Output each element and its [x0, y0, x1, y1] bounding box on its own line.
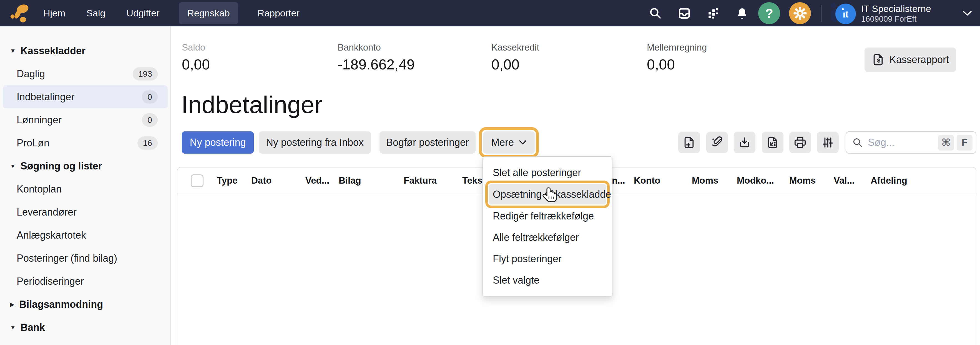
- sidebar-section-kassekladder[interactable]: ▼ Kassekladder: [0, 39, 170, 62]
- avatar: ıt: [830, 0, 856, 27]
- ny-postering-button[interactable]: Ny postering: [182, 131, 254, 153]
- search-icon[interactable]: [648, 6, 663, 21]
- menu-item-rediger-feltraekkefolge[interactable]: Redigér feltrækkefølge: [483, 205, 612, 227]
- summary-label: Saldo: [182, 42, 210, 53]
- sidebar-item-indbetalinger[interactable]: Indbetalinger 0: [3, 85, 168, 108]
- column-header-dato[interactable]: Dato: [251, 175, 272, 186]
- column-header-type[interactable]: Type: [217, 175, 238, 186]
- menu-item-opsaetning-af-kassekladde[interactable]: Opsætning af kassekladde: [489, 184, 606, 204]
- count-badge: 16: [137, 136, 158, 150]
- menu-item-label: Slet valgte: [493, 275, 539, 286]
- sidebar-item-prolon[interactable]: ProLøn 16: [0, 131, 170, 155]
- select-all-checkbox[interactable]: [191, 174, 204, 187]
- column-header-bilag[interactable]: Bilag: [339, 175, 361, 186]
- summary-bankkonto: Bankkonto -189.662,49: [337, 42, 415, 73]
- menu-item-flyt-posteringer[interactable]: Flyt posteringer: [483, 248, 612, 270]
- sidebar-item-posteringer-find-bilag[interactable]: Posteringer (find bilag): [0, 247, 170, 270]
- svg-text:$: $: [877, 57, 880, 64]
- triangle-down-icon: ▼: [10, 48, 16, 54]
- account-switcher[interactable]: ıt IT Specialisterne 1609009 ForEft: [830, 0, 931, 27]
- nav-item-hjem[interactable]: Hjem: [41, 2, 67, 24]
- triangle-down-icon: ▼: [10, 163, 16, 169]
- column-header-partial[interactable]: n...: [612, 175, 625, 186]
- summary-label: Mellemregning: [647, 42, 707, 53]
- sidebar: ▼ Kassekladder Daglig 193 Indbetalinger …: [0, 26, 171, 345]
- nav-item-salg[interactable]: Salg: [85, 2, 107, 24]
- sidebar-item-anlaegskartotek[interactable]: Anlægskartotek: [0, 224, 170, 247]
- notifications-icon[interactable]: [735, 6, 749, 21]
- summary-label: Bankkonto: [337, 42, 415, 53]
- sidebar-section-sogning-og-lister[interactable]: ▼ Søgning og lister: [0, 155, 170, 177]
- column-header-moms[interactable]: Moms: [692, 175, 718, 186]
- nav-item-regnskab[interactable]: Regnskab: [179, 2, 238, 24]
- section-label: Søgning og lister: [21, 160, 102, 172]
- bogfor-posteringer-button[interactable]: Bogfør posteringer: [380, 131, 476, 153]
- menu-item-slet-valgte[interactable]: Slet valgte: [483, 270, 612, 291]
- summary-kassekredit: Kassekredit 0,00: [492, 42, 539, 73]
- column-header-konto[interactable]: Konto: [634, 175, 660, 186]
- print-icon[interactable]: [789, 132, 811, 153]
- mere-button[interactable]: Mere: [483, 131, 535, 153]
- attachment-sparkle-icon[interactable]: [706, 132, 728, 153]
- settings-gear-icon[interactable]: [789, 2, 811, 24]
- main-menu: Hjem Salg Udgifter Regnskab Rapporter: [41, 0, 301, 26]
- sidebar-item-label: Posteringer (find bilag): [17, 252, 117, 264]
- search-input[interactable]: [868, 137, 935, 149]
- inbox-icon[interactable]: [677, 6, 692, 21]
- kasserapport-label: Kasserapport: [889, 54, 949, 65]
- cmd-key-badge: ⌘: [938, 135, 954, 150]
- mere-dropdown-menu: Slet alle posteringer Opsætning af kasse…: [482, 157, 612, 296]
- sidebar-item-label: Indbetalinger: [17, 91, 75, 103]
- sidebar-section-bilagsanmodning[interactable]: ▶ Bilagsanmodning: [0, 293, 170, 316]
- apps-icon[interactable]: [706, 6, 721, 21]
- sidebar-item-label: Daglig: [17, 68, 45, 80]
- summary-mellemregning: Mellemregning 0,00: [647, 42, 707, 73]
- account-name: IT Specialisterne: [861, 3, 931, 15]
- import-icon[interactable]: [734, 132, 756, 153]
- nav-item-udgifter[interactable]: Udgifter: [125, 2, 161, 24]
- column-settings-icon[interactable]: [817, 132, 839, 153]
- button-label: Ny postering: [189, 137, 246, 149]
- count-badge: 0: [142, 113, 158, 127]
- section-label: Kassekladder: [21, 45, 86, 57]
- navbar-right: ?: [634, 0, 972, 26]
- sidebar-item-label: Lønninger: [17, 114, 62, 126]
- column-header-moms-2[interactable]: Moms: [789, 175, 816, 186]
- menu-item-label: Opsætning af kassekladde: [493, 188, 611, 200]
- sidebar-item-leverandorer[interactable]: Leverandører: [0, 201, 170, 224]
- e-conomic-logo-icon[interactable]: [10, 3, 29, 23]
- sidebar-item-periodiseringer[interactable]: Periodiseringer: [0, 270, 170, 293]
- export-document-icon[interactable]: [762, 132, 783, 153]
- new-document-icon[interactable]: [678, 132, 700, 153]
- menu-item-slet-alle-posteringer[interactable]: Slet alle posteringer: [483, 162, 612, 183]
- f-key-badge: F: [957, 135, 972, 150]
- menu-item-label: Flyt posteringer: [493, 253, 562, 265]
- ny-postering-fra-inbox-button[interactable]: Ny postering fra Inbox: [259, 131, 371, 153]
- svg-text:ıt: ıt: [843, 9, 849, 19]
- chevron-down-icon[interactable]: [962, 10, 972, 17]
- sidebar-section-bank[interactable]: ▼ Bank: [0, 316, 170, 339]
- summary-value: 0,00: [182, 56, 210, 73]
- page-title: Indbetalinger: [181, 91, 323, 119]
- section-label: Bank: [21, 322, 45, 333]
- table-search: ⌘ F: [846, 131, 977, 153]
- nav-item-rapporter[interactable]: Rapporter: [256, 2, 301, 24]
- e-conomic-app: Hjem Salg Udgifter Regnskab Rapporter: [0, 0, 980, 345]
- count-badge: 193: [133, 67, 158, 81]
- search-icon: [852, 137, 863, 148]
- sidebar-item-lonninger[interactable]: Lønninger 0: [0, 108, 170, 131]
- column-header-valuta[interactable]: Val...: [834, 175, 854, 186]
- sidebar-item-label: Kontoplan: [17, 183, 62, 195]
- button-label: Mere: [491, 137, 514, 149]
- help-icon[interactable]: ?: [758, 2, 780, 24]
- sidebar-item-daglig[interactable]: Daglig 193: [0, 62, 170, 85]
- sidebar-item-kontoplan[interactable]: Kontoplan: [0, 177, 170, 201]
- column-header-modkonto[interactable]: Modko...: [737, 175, 774, 186]
- column-header-vedhaeftning[interactable]: Ved...: [305, 175, 329, 186]
- chevron-down-icon: [519, 140, 527, 145]
- column-header-faktura[interactable]: Faktura: [404, 175, 437, 186]
- column-header-afdeling[interactable]: Afdeling: [870, 175, 907, 186]
- kasserapport-button[interactable]: $ Kasserapport: [864, 48, 956, 72]
- sidebar-item-label: Anlægskartotek: [17, 230, 86, 241]
- menu-item-alle-feltraekkefolger[interactable]: Alle feltrækkefølger: [483, 227, 612, 248]
